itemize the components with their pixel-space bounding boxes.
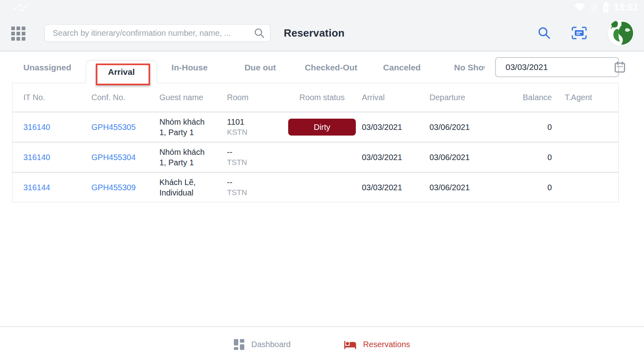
search-field-icon — [254, 28, 264, 38]
tab-in-house[interactable]: In-House — [169, 51, 210, 83]
arrival-date: 03/03/2021 — [362, 153, 429, 162]
tab-checked-out[interactable]: Checked-Out — [303, 51, 359, 83]
balance-value: 0 — [497, 123, 552, 132]
wifi-icon — [574, 3, 585, 12]
account-logo-button[interactable] — [608, 20, 634, 46]
status-bar: 13:51 — [0, 0, 644, 14]
table-row[interactable]: 316140 GPH455305 Nhóm khách 1, Party 1 1… — [12, 111, 618, 142]
nav-reservations[interactable]: Reservations — [344, 338, 410, 351]
search-input[interactable] — [45, 29, 254, 38]
col-header-t-agent: T.Agent — [552, 93, 618, 102]
nav-dashboard[interactable]: Dashboard — [234, 339, 291, 350]
it-no-link[interactable]: 316144 — [12, 183, 91, 192]
arrival-date: 03/03/2021 — [362, 183, 429, 192]
room-status-cell: Dirty — [282, 119, 362, 136]
apps-menu-button[interactable] — [11, 27, 25, 41]
nav-reservations-label: Reservations — [363, 340, 410, 349]
scan-card-icon — [572, 27, 587, 39]
clock-time: 13:51 — [614, 2, 638, 13]
search-action-button[interactable] — [538, 27, 551, 39]
departure-date: 03/06/2021 — [429, 183, 497, 192]
page-title: Reservation — [284, 14, 345, 51]
col-header-conf-no: Conf. No. — [91, 93, 159, 102]
tab-canceled[interactable]: Canceled — [382, 51, 422, 83]
no-sim-icon — [590, 3, 598, 12]
col-header-it-no: IT No. — [12, 93, 91, 102]
calendar-icon[interactable] — [615, 62, 625, 73]
date-input[interactable] — [496, 62, 615, 72]
dashboard-icon — [234, 339, 245, 350]
reservations-table: IT No. Conf. No. Guest name Room Room st… — [12, 83, 619, 202]
room-cell: 1101 KSTN — [227, 117, 282, 138]
col-header-departure: Departure — [429, 93, 497, 102]
conf-no-link[interactable]: GPH455309 — [91, 183, 159, 192]
departure-date: 03/06/2021 — [429, 153, 497, 162]
search-icon — [538, 27, 551, 39]
col-header-guest-name: Guest name — [159, 93, 227, 102]
conf-no-link[interactable]: GPH455305 — [91, 123, 159, 132]
network-sketch-icon — [11, 1, 37, 14]
departure-date: 03/06/2021 — [429, 123, 497, 132]
tab-due-out[interactable]: Due out — [243, 51, 277, 83]
col-header-room-status: Room status — [282, 93, 362, 102]
table-row[interactable]: 316144 GPH455309 Khách Lẽ, Individual --… — [12, 172, 618, 202]
nav-dashboard-label: Dashboard — [251, 340, 291, 349]
search-box — [44, 24, 270, 42]
status-badge: Dirty — [288, 119, 356, 136]
tab-no-show[interactable]: No Show — [454, 51, 485, 83]
reservation-tabs: Unassigned Arrival In-House Due out Chec… — [0, 51, 644, 83]
battery-charging-icon — [603, 2, 609, 12]
table-header-row: IT No. Conf. No. Guest name Room Room st… — [12, 83, 618, 111]
table-row[interactable]: 316140 GPH455304 Nhóm khách 1, Party 1 -… — [12, 142, 618, 172]
it-no-link[interactable]: 316140 — [12, 123, 91, 132]
col-header-arrival: Arrival — [362, 93, 429, 102]
bottom-navigation: Dashboard Reservations — [0, 326, 644, 362]
date-filter — [495, 57, 619, 77]
balance-value: 0 — [497, 183, 552, 192]
balance-value: 0 — [497, 153, 552, 162]
globe-leaf-logo — [608, 20, 634, 46]
guest-name: Khách Lẽ, Individual — [159, 177, 227, 198]
bed-icon — [344, 338, 357, 351]
col-header-balance: Balance — [497, 93, 552, 102]
room-cell: -- TSTN — [227, 177, 282, 198]
room-cell: -- TSTN — [227, 147, 282, 168]
it-no-link[interactable]: 316140 — [12, 153, 91, 162]
guest-name: Nhóm khách 1, Party 1 — [159, 147, 227, 168]
col-header-room: Room — [227, 93, 282, 102]
conf-no-link[interactable]: GPH455304 — [91, 153, 159, 162]
tab-arrival[interactable]: Arrival — [86, 60, 157, 83]
arrival-date: 03/03/2021 — [362, 123, 429, 132]
scan-card-button[interactable] — [572, 27, 587, 39]
tab-unassigned[interactable]: Unassigned — [22, 51, 72, 83]
app-header: Reservation — [0, 14, 644, 51]
guest-name: Nhóm khách 1, Party 1 — [159, 117, 227, 138]
reservation-screen: 13:51 Reservation — [0, 0, 644, 362]
